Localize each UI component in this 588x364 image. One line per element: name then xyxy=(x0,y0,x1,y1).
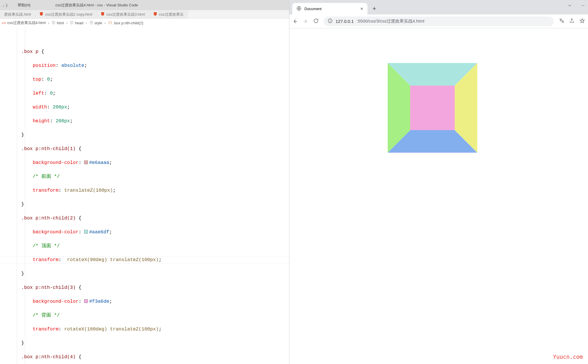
toolbar-actions xyxy=(559,18,585,25)
html-file-icon xyxy=(101,12,105,17)
crumb-label: .box p:nth-child(2) xyxy=(113,21,143,25)
globe-icon xyxy=(296,6,302,12)
crumb-head[interactable]: head xyxy=(70,21,83,25)
url-rest: :5500/css/3/css过渡效果实战4.html xyxy=(357,19,424,24)
cube-icon xyxy=(89,21,93,25)
chrome-toolbar: 127.0.0.1:5500/css/3/css过渡效果实战4.html xyxy=(289,14,588,28)
tab-label: css过渡效果实战2 copy.html xyxy=(45,12,92,17)
site-info-icon[interactable] xyxy=(328,18,333,24)
chevron-right-icon: › xyxy=(66,21,67,25)
page-content: Yuucn.com xyxy=(289,28,588,364)
code-editor[interactable]: .box p { position: absolute; top: 0; lef… xyxy=(0,27,289,364)
window-controls xyxy=(567,3,585,9)
menu-partial-right[interactable]: 」) xyxy=(2,3,7,8)
address-bar[interactable]: 127.0.0.1:5500/css/3/css过渡效果实战4.html xyxy=(323,16,554,26)
chevron-right-icon: › xyxy=(48,21,49,25)
tab-file-1[interactable]: 渡效果实战.html xyxy=(0,10,35,19)
crumb-label: head xyxy=(75,21,83,25)
crumb-file[interactable]: <> css过渡效果实战4.html xyxy=(2,20,46,25)
tab-file-4[interactable]: css过渡效果实 xyxy=(149,10,188,19)
window-minimize-icon[interactable] xyxy=(581,3,585,8)
crumb-style[interactable]: style xyxy=(89,21,102,25)
tab-file-3[interactable]: css过渡效果实战3.html xyxy=(97,10,149,19)
face-left xyxy=(388,63,410,153)
chevron-right-icon: › xyxy=(86,21,87,25)
url-host: 127.0.0.1 xyxy=(336,19,354,24)
crumb-label: html xyxy=(57,21,64,25)
color-swatch-icon xyxy=(84,230,88,234)
tab-file-2[interactable]: css过渡效果实战2 copy.html xyxy=(35,10,97,19)
tab-label: css过渡效果实战3.html xyxy=(106,12,145,17)
chrome-tabbar: Document ✕ + xyxy=(289,0,588,14)
brace-icon xyxy=(108,21,112,25)
share-icon[interactable] xyxy=(569,18,575,25)
menu-help[interactable]: 帮助(H) xyxy=(16,3,32,8)
editor-tabs: 渡效果实战.html css过渡效果实战2 copy.html css过渡效果实… xyxy=(0,10,289,19)
html-file-icon xyxy=(39,12,43,17)
tab-title: Document xyxy=(304,7,321,11)
chevron-right-icon: › xyxy=(104,21,106,25)
html-file-icon: <> xyxy=(2,21,6,25)
html-file-icon xyxy=(153,12,157,17)
breadcrumbs[interactable]: <> css过渡效果实战4.html › html › head › style… xyxy=(0,19,289,27)
color-swatch-icon xyxy=(84,160,88,164)
browser-tab[interactable]: Document ✕ xyxy=(292,3,367,14)
watermark: Yuucn.com xyxy=(553,354,583,360)
crumb-label: style xyxy=(95,21,102,25)
star-icon[interactable] xyxy=(579,18,585,25)
svg-point-2 xyxy=(330,20,330,20)
back-button[interactable] xyxy=(292,19,298,24)
crumb-selector[interactable]: .box p:nth-child(2) xyxy=(108,21,143,25)
vscode-window: 」) 帮助(H) css过渡效果实战4.html - css - Visual … xyxy=(0,0,289,364)
face-back xyxy=(410,86,455,130)
close-icon[interactable]: ✕ xyxy=(360,7,363,11)
cube-icon xyxy=(70,21,74,25)
tab-label: css过渡效果实 xyxy=(159,12,184,17)
translate-icon[interactable] xyxy=(559,18,564,25)
chrome-window: Document ✕ + 127.0.0.1:5500/css/3/css过渡效… xyxy=(289,0,588,364)
window-title: css过渡效果实战4.html - css - Visual Studio Co… xyxy=(41,3,287,8)
cube-3d xyxy=(388,63,477,153)
crumb-label: css过渡效果实战4.html xyxy=(7,20,46,25)
cube-icon xyxy=(51,21,56,25)
vscode-titlebar: 」) 帮助(H) css过渡效果实战4.html - css - Visual … xyxy=(0,0,289,10)
window-dropdown-icon[interactable] xyxy=(567,3,572,9)
new-tab-button[interactable]: + xyxy=(370,4,379,13)
color-swatch-icon xyxy=(84,299,88,303)
reload-button[interactable] xyxy=(313,18,319,25)
face-right xyxy=(455,63,477,153)
forward-button[interactable] xyxy=(303,19,308,24)
crumb-html[interactable]: html xyxy=(51,21,64,25)
tab-label: 渡效果实战.html xyxy=(4,12,31,17)
